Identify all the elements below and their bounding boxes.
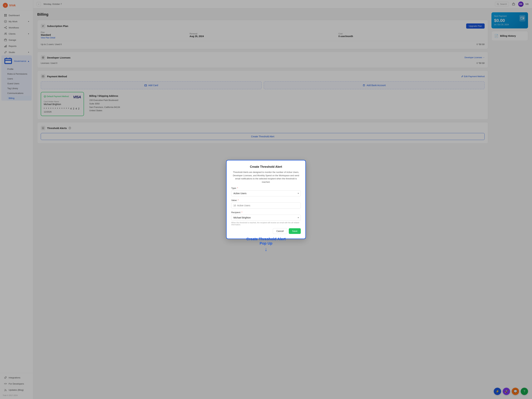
modal-hint: When the threshold is reached, the recip… xyxy=(231,222,301,226)
annotation-text: Create Threshold Alert Pop Up xyxy=(246,237,286,246)
modal-save-button[interactable]: Save xyxy=(289,228,301,234)
value-required-asterisk: * xyxy=(238,199,239,202)
type-required-asterisk: * xyxy=(237,187,238,189)
annotation-container: Create Threshold Alert Pop Up ↓ xyxy=(246,237,286,252)
recipient-select-wrapper: Michael Brighton xyxy=(231,215,301,221)
modal-description: Threshold Alerts are designed to monitor… xyxy=(231,171,301,184)
modal-cancel-button[interactable]: Cancel xyxy=(273,228,287,234)
modal-value-label: Value: * xyxy=(231,199,301,202)
modal-type-label: Type: * xyxy=(231,187,301,189)
modal-recipient-field: Recipient: * Michael Brighton When the t… xyxy=(231,211,301,226)
modal-type-field: Type: * Active Users Developer Licenses … xyxy=(231,187,301,196)
modal-value-field: Value: * xyxy=(231,199,301,209)
recipient-required-asterisk: * xyxy=(241,211,242,214)
create-threshold-modal: Create Threshold Alert Threshold Alerts … xyxy=(226,160,306,239)
value-input[interactable] xyxy=(231,203,301,209)
type-select-wrapper: Active Users Developer Licenses Monthly … xyxy=(231,190,301,196)
modal-overlay[interactable]: Create Threshold Alert Threshold Alerts … xyxy=(0,0,532,399)
modal-wrapper: Create Threshold Alert Threshold Alerts … xyxy=(226,160,306,239)
recipient-select[interactable]: Michael Brighton xyxy=(231,215,301,221)
modal-recipient-label: Recipient: * xyxy=(231,211,301,214)
type-select[interactable]: Active Users Developer Licenses Monthly … xyxy=(231,190,301,196)
annotation-arrow-icon: ↓ xyxy=(246,246,286,252)
modal-actions: Cancel Save xyxy=(231,228,301,234)
modal-title: Create Threshold Alert xyxy=(231,165,301,169)
